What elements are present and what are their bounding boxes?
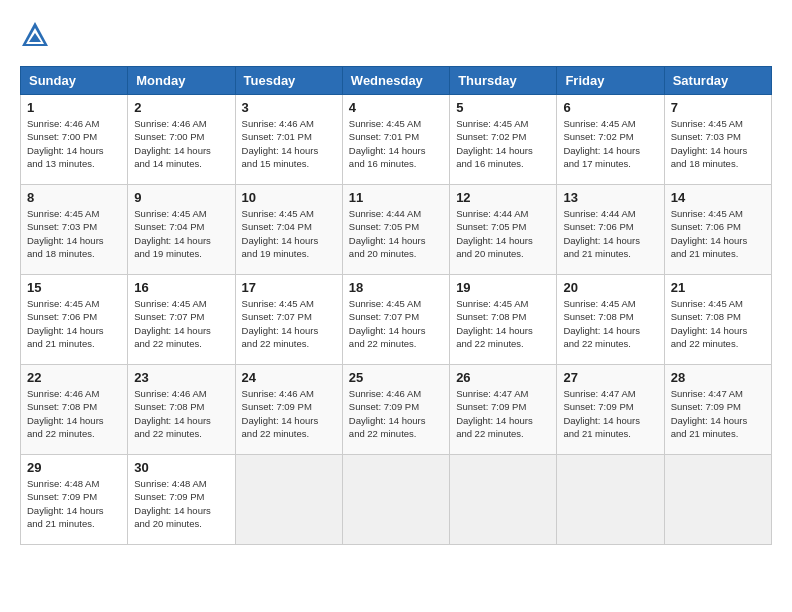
day-number: 4 <box>349 100 443 115</box>
calendar-cell: 12Sunrise: 4:44 AMSunset: 7:05 PMDayligh… <box>450 185 557 275</box>
calendar-cell: 22Sunrise: 4:46 AMSunset: 7:08 PMDayligh… <box>21 365 128 455</box>
day-number: 16 <box>134 280 228 295</box>
day-info: Sunrise: 4:46 AMSunset: 7:09 PMDaylight:… <box>242 387 336 440</box>
day-number: 12 <box>456 190 550 205</box>
calendar-cell: 20Sunrise: 4:45 AMSunset: 7:08 PMDayligh… <box>557 275 664 365</box>
day-info: Sunrise: 4:45 AMSunset: 7:08 PMDaylight:… <box>671 297 765 350</box>
day-number: 23 <box>134 370 228 385</box>
day-number: 10 <box>242 190 336 205</box>
calendar-cell: 21Sunrise: 4:45 AMSunset: 7:08 PMDayligh… <box>664 275 771 365</box>
day-info: Sunrise: 4:45 AMSunset: 7:04 PMDaylight:… <box>134 207 228 260</box>
page-header <box>20 20 772 50</box>
weekday-header-thursday: Thursday <box>450 67 557 95</box>
day-number: 17 <box>242 280 336 295</box>
day-info: Sunrise: 4:45 AMSunset: 7:01 PMDaylight:… <box>349 117 443 170</box>
calendar-cell: 15Sunrise: 4:45 AMSunset: 7:06 PMDayligh… <box>21 275 128 365</box>
calendar-week-row: 29Sunrise: 4:48 AMSunset: 7:09 PMDayligh… <box>21 455 772 545</box>
day-number: 19 <box>456 280 550 295</box>
day-number: 8 <box>27 190 121 205</box>
calendar-cell: 30Sunrise: 4:48 AMSunset: 7:09 PMDayligh… <box>128 455 235 545</box>
day-number: 3 <box>242 100 336 115</box>
calendar-week-row: 8Sunrise: 4:45 AMSunset: 7:03 PMDaylight… <box>21 185 772 275</box>
day-number: 2 <box>134 100 228 115</box>
day-number: 25 <box>349 370 443 385</box>
day-info: Sunrise: 4:45 AMSunset: 7:02 PMDaylight:… <box>456 117 550 170</box>
weekday-header-tuesday: Tuesday <box>235 67 342 95</box>
calendar-cell: 1Sunrise: 4:46 AMSunset: 7:00 PMDaylight… <box>21 95 128 185</box>
calendar-cell: 26Sunrise: 4:47 AMSunset: 7:09 PMDayligh… <box>450 365 557 455</box>
calendar-week-row: 15Sunrise: 4:45 AMSunset: 7:06 PMDayligh… <box>21 275 772 365</box>
day-number: 30 <box>134 460 228 475</box>
day-number: 22 <box>27 370 121 385</box>
day-info: Sunrise: 4:46 AMSunset: 7:09 PMDaylight:… <box>349 387 443 440</box>
day-info: Sunrise: 4:45 AMSunset: 7:07 PMDaylight:… <box>349 297 443 350</box>
weekday-header-friday: Friday <box>557 67 664 95</box>
day-info: Sunrise: 4:46 AMSunset: 7:01 PMDaylight:… <box>242 117 336 170</box>
weekday-header-wednesday: Wednesday <box>342 67 449 95</box>
calendar-cell: 23Sunrise: 4:46 AMSunset: 7:08 PMDayligh… <box>128 365 235 455</box>
calendar-cell: 5Sunrise: 4:45 AMSunset: 7:02 PMDaylight… <box>450 95 557 185</box>
day-number: 1 <box>27 100 121 115</box>
calendar-cell: 28Sunrise: 4:47 AMSunset: 7:09 PMDayligh… <box>664 365 771 455</box>
calendar-cell <box>557 455 664 545</box>
calendar-cell: 4Sunrise: 4:45 AMSunset: 7:01 PMDaylight… <box>342 95 449 185</box>
day-info: Sunrise: 4:45 AMSunset: 7:07 PMDaylight:… <box>134 297 228 350</box>
calendar-cell: 10Sunrise: 4:45 AMSunset: 7:04 PMDayligh… <box>235 185 342 275</box>
calendar-cell: 18Sunrise: 4:45 AMSunset: 7:07 PMDayligh… <box>342 275 449 365</box>
day-info: Sunrise: 4:47 AMSunset: 7:09 PMDaylight:… <box>671 387 765 440</box>
calendar-cell: 6Sunrise: 4:45 AMSunset: 7:02 PMDaylight… <box>557 95 664 185</box>
day-info: Sunrise: 4:45 AMSunset: 7:06 PMDaylight:… <box>27 297 121 350</box>
calendar-cell <box>450 455 557 545</box>
day-info: Sunrise: 4:47 AMSunset: 7:09 PMDaylight:… <box>456 387 550 440</box>
day-number: 6 <box>563 100 657 115</box>
day-number: 13 <box>563 190 657 205</box>
calendar-week-row: 22Sunrise: 4:46 AMSunset: 7:08 PMDayligh… <box>21 365 772 455</box>
calendar-cell: 14Sunrise: 4:45 AMSunset: 7:06 PMDayligh… <box>664 185 771 275</box>
day-number: 24 <box>242 370 336 385</box>
day-info: Sunrise: 4:46 AMSunset: 7:08 PMDaylight:… <box>27 387 121 440</box>
day-info: Sunrise: 4:45 AMSunset: 7:06 PMDaylight:… <box>671 207 765 260</box>
calendar-cell: 9Sunrise: 4:45 AMSunset: 7:04 PMDaylight… <box>128 185 235 275</box>
weekday-header-monday: Monday <box>128 67 235 95</box>
calendar-cell: 11Sunrise: 4:44 AMSunset: 7:05 PMDayligh… <box>342 185 449 275</box>
calendar-cell: 7Sunrise: 4:45 AMSunset: 7:03 PMDaylight… <box>664 95 771 185</box>
day-info: Sunrise: 4:45 AMSunset: 7:03 PMDaylight:… <box>671 117 765 170</box>
calendar-cell <box>342 455 449 545</box>
day-number: 21 <box>671 280 765 295</box>
calendar-cell: 19Sunrise: 4:45 AMSunset: 7:08 PMDayligh… <box>450 275 557 365</box>
weekday-header-saturday: Saturday <box>664 67 771 95</box>
calendar-cell: 8Sunrise: 4:45 AMSunset: 7:03 PMDaylight… <box>21 185 128 275</box>
calendar-cell: 3Sunrise: 4:46 AMSunset: 7:01 PMDaylight… <box>235 95 342 185</box>
day-info: Sunrise: 4:44 AMSunset: 7:05 PMDaylight:… <box>456 207 550 260</box>
calendar: SundayMondayTuesdayWednesdayThursdayFrid… <box>20 66 772 545</box>
day-info: Sunrise: 4:45 AMSunset: 7:08 PMDaylight:… <box>563 297 657 350</box>
day-info: Sunrise: 4:45 AMSunset: 7:04 PMDaylight:… <box>242 207 336 260</box>
day-number: 29 <box>27 460 121 475</box>
day-number: 18 <box>349 280 443 295</box>
calendar-cell: 16Sunrise: 4:45 AMSunset: 7:07 PMDayligh… <box>128 275 235 365</box>
calendar-cell: 24Sunrise: 4:46 AMSunset: 7:09 PMDayligh… <box>235 365 342 455</box>
day-number: 11 <box>349 190 443 205</box>
day-info: Sunrise: 4:46 AMSunset: 7:00 PMDaylight:… <box>134 117 228 170</box>
calendar-cell: 17Sunrise: 4:45 AMSunset: 7:07 PMDayligh… <box>235 275 342 365</box>
day-info: Sunrise: 4:46 AMSunset: 7:00 PMDaylight:… <box>27 117 121 170</box>
day-number: 14 <box>671 190 765 205</box>
weekday-header-row: SundayMondayTuesdayWednesdayThursdayFrid… <box>21 67 772 95</box>
day-number: 15 <box>27 280 121 295</box>
day-info: Sunrise: 4:45 AMSunset: 7:02 PMDaylight:… <box>563 117 657 170</box>
calendar-cell: 25Sunrise: 4:46 AMSunset: 7:09 PMDayligh… <box>342 365 449 455</box>
day-info: Sunrise: 4:48 AMSunset: 7:09 PMDaylight:… <box>27 477 121 530</box>
calendar-week-row: 1Sunrise: 4:46 AMSunset: 7:00 PMDaylight… <box>21 95 772 185</box>
day-info: Sunrise: 4:45 AMSunset: 7:07 PMDaylight:… <box>242 297 336 350</box>
day-info: Sunrise: 4:44 AMSunset: 7:05 PMDaylight:… <box>349 207 443 260</box>
day-number: 5 <box>456 100 550 115</box>
calendar-cell: 27Sunrise: 4:47 AMSunset: 7:09 PMDayligh… <box>557 365 664 455</box>
day-number: 7 <box>671 100 765 115</box>
day-info: Sunrise: 4:46 AMSunset: 7:08 PMDaylight:… <box>134 387 228 440</box>
day-number: 27 <box>563 370 657 385</box>
calendar-cell <box>664 455 771 545</box>
day-info: Sunrise: 4:45 AMSunset: 7:08 PMDaylight:… <box>456 297 550 350</box>
day-info: Sunrise: 4:48 AMSunset: 7:09 PMDaylight:… <box>134 477 228 530</box>
day-number: 28 <box>671 370 765 385</box>
weekday-header-sunday: Sunday <box>21 67 128 95</box>
